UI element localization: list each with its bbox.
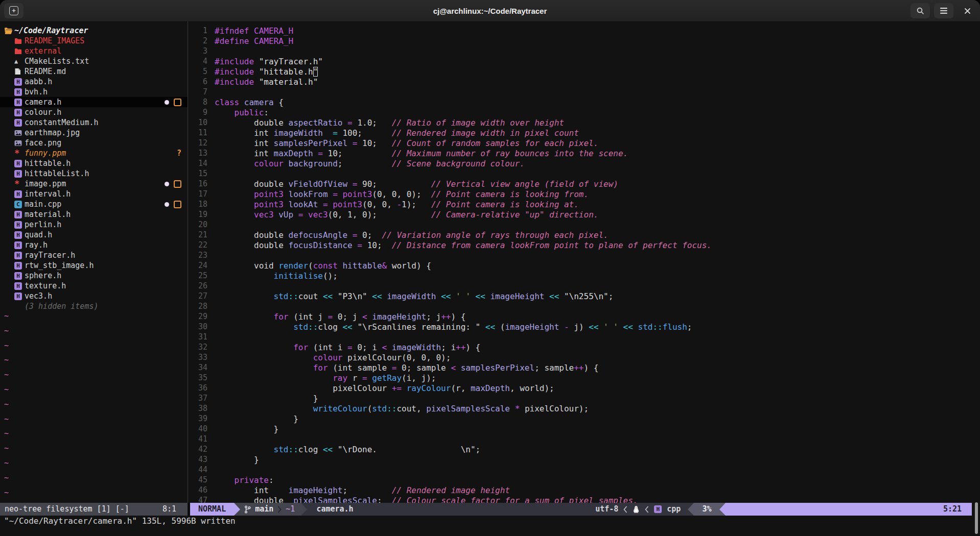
tree-item-label: material.h [25, 210, 71, 219]
ppm-file-icon: * [14, 150, 25, 157]
tree-item-label: texture.h [25, 281, 66, 290]
tree-item-label: camera.h [25, 98, 61, 107]
line-number: 5 [188, 67, 207, 76]
line-number: 40 [188, 424, 207, 433]
powerline-arrow [301, 503, 307, 516]
tree-item-perlin-h[interactable]: Hperlin.h [0, 220, 188, 230]
line-number: 14 [188, 159, 207, 168]
code-line-21: 21 double defocusAngle = 0; // Variation… [188, 230, 980, 240]
tree-item-bvh-h[interactable]: Hbvh.h [0, 87, 188, 97]
scrollbar-thumb[interactable] [975, 502, 978, 534]
tree-item-label: README.md [25, 67, 66, 76]
tree-item-code-raytracer[interactable]: ~/Code/Raytracer [0, 26, 188, 36]
line-number: 19 [188, 210, 207, 219]
untracked-question-icon: ? [177, 149, 181, 158]
tree-item-readme-md[interactable]: README.md [0, 66, 188, 77]
menu-button[interactable] [934, 3, 953, 18]
code-line-33: 33 colour pixelColour(0, 0, 0); [188, 352, 980, 362]
tree-item-material-h[interactable]: Hmaterial.h [0, 209, 188, 220]
header-file-icon: H [14, 99, 25, 106]
tree-item-hittable-h[interactable]: Hhittable.h [0, 158, 188, 168]
header-file-icon: H [14, 293, 25, 300]
new-tab-button[interactable]: + [4, 3, 24, 18]
code-line-26: 26 [188, 281, 980, 291]
tilde-empty-line: ~ [4, 384, 9, 395]
tree-item-constantmedium-h[interactable]: HconstantMedium.h [0, 117, 188, 128]
tree-item-rtw-stb-image-h[interactable]: Hrtw_stb_image.h [0, 260, 188, 271]
file-encoding: utf-8 [595, 503, 618, 516]
line-number: 34 [188, 363, 207, 372]
cpp-file-icon: C [14, 201, 25, 208]
line-number: 11 [188, 128, 207, 137]
tree-item-earthmap-jpg[interactable]: earthmap.jpg [0, 128, 188, 138]
hamburger-icon [940, 7, 948, 14]
tree-item-label: ray.h [25, 240, 48, 250]
tree-item-readme-images[interactable]: README_IMAGES [0, 36, 188, 46]
code-line-14: 14 colour background; // Scene backgroun… [188, 158, 980, 168]
header-file-icon: H [14, 109, 25, 116]
line-number: 23 [188, 251, 207, 260]
code-line-24: 24 void render(const hittable& world) { [188, 260, 980, 271]
tree-item-interval-h[interactable]: Hinterval.h [0, 189, 188, 199]
code-line-22: 22 double focusDistance = 10; // Distanc… [188, 240, 980, 250]
tree-item-ray-h[interactable]: Hray.h [0, 240, 188, 250]
line-number: 36 [188, 383, 207, 393]
markdown-file-icon [14, 68, 25, 75]
tree-item-main-cpp[interactable]: Cmain.cpp [0, 199, 188, 209]
code-line-41: 41 [188, 434, 980, 444]
line-number: 33 [188, 353, 207, 362]
tree-item-raytracer-h[interactable]: HrayTracer.h [0, 250, 188, 260]
close-button[interactable] [958, 3, 977, 18]
line-number: 35 [188, 373, 207, 382]
tree-item-colour-h[interactable]: Hcolour.h [0, 107, 188, 117]
code-line-16: 16 double vFieldOfView = 90; // Vertical… [188, 179, 980, 189]
header-file-icon: H [14, 211, 25, 218]
code-line-29: 29 for (int j = 0; j < imageHeight; j++)… [188, 311, 980, 322]
tree-item-quad-h[interactable]: Hquad.h [0, 230, 188, 240]
code-line-25: 25 initialise(); [188, 271, 980, 281]
folder-icon [14, 48, 25, 55]
tree-item-face-png[interactable]: face.png [0, 138, 188, 148]
open-folder-icon [4, 27, 14, 34]
editor-pane[interactable]: 1#ifndef CAMERA_H2#define CAMERA_H34#inc… [188, 21, 980, 503]
powerline-arrow [688, 503, 694, 516]
statusline-fill [363, 503, 589, 516]
tree-item-cmakelists-txt[interactable]: ▲CMakeLists.txt [0, 56, 188, 66]
code-line-5: 5#include "hittable.h" [188, 66, 980, 77]
line-number: 16 [188, 179, 207, 188]
modified-dot-icon [165, 182, 169, 186]
line-number: 31 [188, 332, 207, 342]
terminal-window: + cj@archlinux:~/Code/Raytracer ~/Code/R… [0, 0, 980, 536]
tree-item-3-hidden-items[interactable]: (3 hidden items) [0, 301, 188, 311]
code-line-8: 8class camera { [188, 97, 980, 107]
tree-item-texture-h[interactable]: Htexture.h [0, 281, 188, 291]
tree-item-label: bvh.h [25, 87, 48, 96]
search-button[interactable] [911, 3, 930, 18]
git-branch-name: main [255, 503, 273, 516]
tree-item-camera-h[interactable]: Hcamera.h [0, 97, 188, 107]
tree-item-label: hittable.h [25, 159, 71, 168]
powerline-arrow [234, 503, 240, 516]
tilde-empty-line: ~ [4, 458, 9, 468]
item-markers [165, 201, 188, 208]
tree-item-label: rtw_stb_image.h [25, 261, 94, 270]
header-file-icon: H [14, 78, 25, 86]
line-number: 41 [188, 434, 207, 444]
tree-item-sphere-h[interactable]: Hsphere.h [0, 271, 188, 281]
unstaged-square-icon [174, 180, 181, 188]
git-diff-count: ~1 [286, 503, 295, 516]
line-number: 21 [188, 230, 207, 239]
tree-item-vec3-h[interactable]: Hvec3.h [0, 291, 188, 301]
tree-item-image-ppm[interactable]: *image.ppm [0, 179, 188, 189]
tree-item-aabb-h[interactable]: Haabb.h [0, 77, 188, 87]
unstaged-square-icon [174, 201, 181, 208]
unstaged-square-icon [174, 99, 181, 106]
line-number: 20 [188, 220, 207, 229]
tree-item-label: vec3.h [25, 291, 52, 301]
tree-item-funny-ppm[interactable]: *funny.ppm? [0, 148, 188, 158]
code-line-31: 31 [188, 332, 980, 342]
neo-tree-panel: ~/Code/RaytracerREADME_IMAGESexternal▲CM… [0, 21, 188, 503]
tree-item-external[interactable]: external [0, 46, 188, 56]
tree-item-hittablelist-h[interactable]: HhittableList.h [0, 168, 188, 179]
tilde-empty-line: ~ [4, 355, 9, 365]
